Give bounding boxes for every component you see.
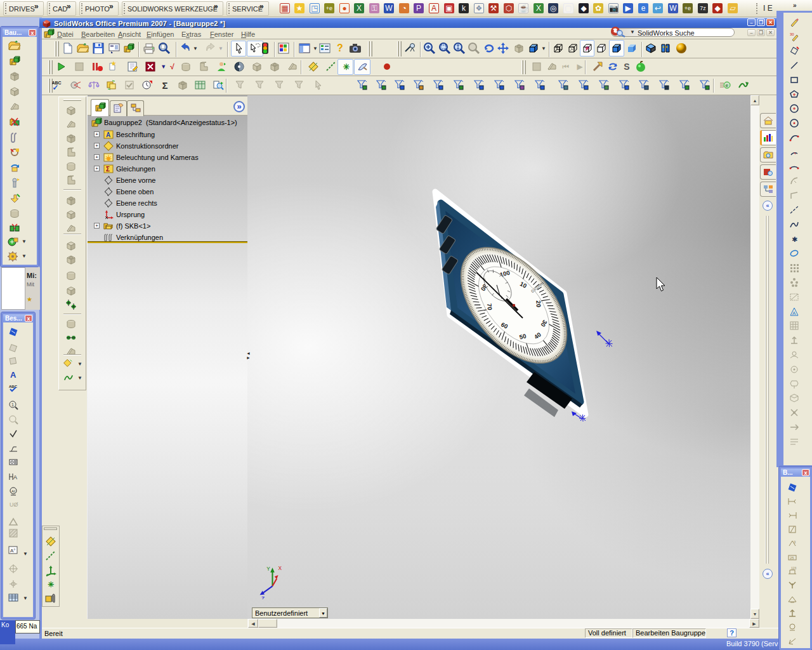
svg-text:123: 123 (791, 566, 797, 570)
svg-text:70: 70 (486, 303, 494, 310)
svg-text:ABC: ABC (9, 385, 18, 388)
svg-text:A°: A° (10, 548, 16, 554)
svg-text:3: 3 (794, 540, 796, 544)
svg-text:Z: Z (261, 596, 265, 599)
svg-text:Σ: Σ (106, 166, 110, 173)
svg-text:20: 20 (535, 300, 542, 307)
svg-text:Y: Y (266, 566, 270, 572)
svg-text:UØ: UØ (10, 501, 18, 508)
svg-text:1: 1 (11, 402, 14, 407)
svg-text:X: X (278, 566, 282, 571)
svg-text:AI: AI (11, 489, 15, 493)
svg-text:✱: ✱ (792, 235, 797, 243)
svg-text:25: 25 (790, 556, 794, 560)
svg-text:A: A (10, 370, 16, 380)
svg-text:A: A (106, 131, 110, 138)
svg-text:30: 30 (790, 32, 794, 36)
svg-text:A: A (792, 310, 796, 316)
svg-text:A: A (13, 474, 17, 481)
svg-text:S: S (44, 21, 46, 24)
svg-text:e: e (726, 83, 729, 88)
